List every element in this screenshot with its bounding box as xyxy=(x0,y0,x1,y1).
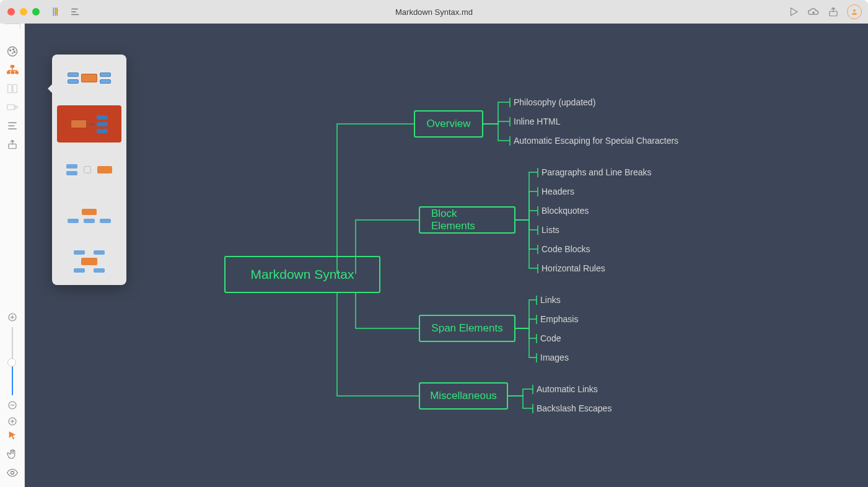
mindmap-leaf[interactable]: Horizontal Rules xyxy=(541,263,605,273)
svg-point-5 xyxy=(853,9,856,12)
mindmap-leaf[interactable]: Links xyxy=(540,295,561,305)
document-title: Markdown Syntax.md xyxy=(395,7,473,17)
mindmap-leaf[interactable]: Backslash Escapes xyxy=(537,403,612,413)
mindmap-branch-miscellaneous[interactable]: Miscellaneous xyxy=(419,382,508,410)
svg-rect-11 xyxy=(7,72,9,74)
node-label: Block Elements xyxy=(431,208,503,232)
mindmap-leaf[interactable]: Philosophy (updated) xyxy=(514,97,595,107)
slides-icon[interactable] xyxy=(3,98,22,116)
minimize-window-button[interactable] xyxy=(20,8,27,15)
mindmap-leaf[interactable]: Code Blocks xyxy=(541,244,590,254)
mindmap-leaf[interactable]: Blockquotes xyxy=(541,206,589,216)
zoom-out-button[interactable] xyxy=(6,399,19,411)
mindmap-root-node[interactable]: Markdown Syntax xyxy=(224,256,380,293)
svg-marker-17 xyxy=(15,106,18,109)
mindmap-canvas[interactable]: Markdown Syntax Overview Block Elements … xyxy=(25,24,868,487)
mindmap-leaf[interactable]: Paragraphs and Line Breaks xyxy=(541,167,651,177)
hand-tool[interactable] xyxy=(3,445,22,463)
mindmap-leaf[interactable]: Automatic Escaping for Special Character… xyxy=(514,136,678,146)
lightning-icon[interactable] xyxy=(50,6,62,18)
mindmap-leaf[interactable]: Lists xyxy=(541,225,559,235)
mindmap-leaf[interactable]: Emphasis xyxy=(540,314,578,324)
mindmap-leaf[interactable]: Headers xyxy=(541,186,574,196)
layout-option-radial[interactable] xyxy=(57,59,121,97)
cloud-upload-icon[interactable] xyxy=(807,6,820,18)
svg-point-9 xyxy=(14,51,15,53)
svg-point-8 xyxy=(12,49,14,50)
node-label: Miscellaneous xyxy=(430,390,497,402)
outline-list-icon[interactable] xyxy=(3,116,22,135)
svg-rect-13 xyxy=(15,72,18,74)
paragraph-align-icon[interactable] xyxy=(69,6,82,18)
node-label: Span Elements xyxy=(431,322,502,335)
play-icon[interactable] xyxy=(787,6,800,18)
zoom-slider[interactable] xyxy=(11,327,14,395)
svg-point-7 xyxy=(9,50,11,51)
close-window-button[interactable] xyxy=(7,8,15,15)
layout-icon[interactable] xyxy=(3,61,22,79)
layout-picker-popover xyxy=(52,55,126,285)
zoom-controls xyxy=(6,311,19,428)
share-icon[interactable] xyxy=(827,6,840,18)
svg-point-6 xyxy=(7,47,17,56)
left-sidebar xyxy=(0,24,25,487)
svg-rect-10 xyxy=(11,66,14,68)
mindmap-branch-block-elements[interactable]: Block Elements xyxy=(419,206,515,234)
svg-point-30 xyxy=(11,472,14,475)
mindmap-branch-overview[interactable]: Overview xyxy=(414,110,483,138)
svg-rect-16 xyxy=(7,105,14,110)
account-avatar[interactable] xyxy=(847,4,862,19)
layout-option-left-right[interactable] xyxy=(57,151,121,188)
layout-option-tree-down[interactable] xyxy=(57,243,121,280)
svg-rect-12 xyxy=(11,72,14,74)
pointer-tool[interactable] xyxy=(3,426,22,445)
layout-option-right-tree[interactable] xyxy=(57,105,121,143)
zoom-in-button[interactable] xyxy=(6,311,19,323)
svg-rect-14 xyxy=(7,84,12,92)
node-label: Overview xyxy=(427,118,471,130)
window-controls xyxy=(0,8,40,15)
svg-rect-15 xyxy=(12,84,17,92)
export-icon[interactable] xyxy=(3,135,22,154)
zoom-fit-button[interactable] xyxy=(6,415,19,428)
mindmap-leaf[interactable]: Images xyxy=(540,353,569,362)
theme-icon[interactable] xyxy=(3,42,22,61)
mindmap-leaf[interactable]: Automatic Links xyxy=(537,384,598,394)
node-label: Markdown Syntax xyxy=(251,267,354,282)
sidebar-collapse-handle[interactable] xyxy=(4,24,20,29)
mindmap-branch-span-elements[interactable]: Span Elements xyxy=(419,315,515,342)
visibility-tool[interactable] xyxy=(3,463,22,482)
titlebar: Markdown Syntax.md xyxy=(0,0,868,24)
layout-option-org-chart[interactable] xyxy=(57,197,121,234)
mindmap-leaf[interactable]: Code xyxy=(540,333,561,343)
mindmap-connectors xyxy=(25,24,868,487)
fullscreen-window-button[interactable] xyxy=(32,8,40,15)
svg-marker-3 xyxy=(791,8,798,15)
mindmap-leaf[interactable]: Inline HTML xyxy=(514,116,560,126)
columns-icon[interactable] xyxy=(3,79,22,98)
